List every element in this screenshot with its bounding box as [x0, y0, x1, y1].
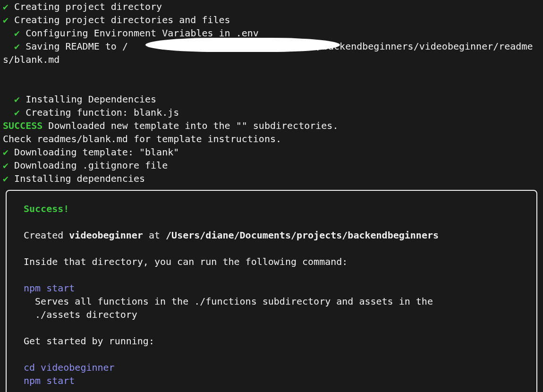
command-cd: cd videobeginner	[24, 361, 519, 374]
log-line: ✔ Installing dependencies	[3, 172, 540, 185]
log-line: ✔ Creating project directories and files	[3, 13, 540, 26]
log-text: Downloading .gitignore file	[14, 160, 168, 171]
redaction-overlay	[145, 38, 340, 52]
check-icon: ✔	[14, 94, 20, 105]
command-npm-start: npm start	[24, 281, 519, 295]
check-icon: ✔	[3, 1, 8, 12]
log-text: Configuring Environment Variables in .en…	[25, 27, 259, 39]
spacer	[24, 268, 519, 281]
check-icon: ✔	[3, 14, 8, 26]
log-text: Creating project directory	[14, 1, 162, 12]
success-line: SUCCESS Downloaded new template into the…	[3, 119, 540, 132]
terminal-output: ✔ Creating project directory ✔ Creating …	[0, 0, 543, 392]
log-text: Creating function: blank.js	[25, 107, 179, 118]
log-text: Installing dependencies	[14, 173, 145, 184]
created-line: Created videobeginner at /Users/diane/Do…	[24, 229, 519, 242]
success-box: Success! Created videobeginner at /Users…	[6, 190, 537, 392]
log-text: Creating project directories and files	[14, 14, 230, 26]
created-prefix: Created	[24, 230, 69, 241]
log-line: ✔ Downloading .gitignore file	[3, 159, 540, 172]
log-line: ✔ Installing Dependencies	[3, 93, 540, 106]
log-text: Downloading template: "blank"	[14, 146, 179, 158]
command-desc: Serves all functions in the ./functions …	[24, 295, 519, 308]
success-label: SUCCESS	[3, 120, 42, 131]
check-instructions-line: Check readmes/blank.md for template inst…	[3, 132, 540, 145]
spacer	[24, 321, 519, 334]
log-text: Check readmes/blank.md for template inst…	[3, 133, 281, 145]
check-icon: ✔	[3, 160, 8, 171]
spacer	[24, 242, 519, 255]
log-text: Installing Dependencies	[25, 94, 156, 105]
check-icon: ✔	[3, 173, 8, 184]
check-icon: ✔	[14, 41, 20, 52]
inside-line: Inside that directory, you can run the f…	[24, 255, 519, 268]
spacer	[24, 348, 519, 361]
project-name: videobeginner	[69, 230, 143, 241]
success-heading: Success!	[24, 202, 519, 215]
log-line: ✔ Creating function: blank.js	[3, 106, 540, 119]
log-text-prefix: Saving README to /	[25, 41, 128, 52]
spacer	[24, 215, 519, 229]
log-line: ✔ Saving README to //backendbeginners/vi…	[3, 40, 540, 93]
log-line: ✔ Creating project directory	[3, 0, 540, 13]
check-icon: ✔	[14, 107, 20, 118]
command-desc: ./assets directory	[24, 308, 519, 321]
get-started-line: Get started by running:	[24, 334, 519, 348]
check-icon: ✔	[14, 27, 20, 39]
check-icon: ✔	[3, 146, 8, 158]
success-rest: Downloaded new template into the "" subd…	[42, 120, 338, 131]
project-path: /Users/diane/Documents/projects/backendb…	[166, 230, 439, 241]
at-word: at	[143, 230, 166, 241]
command-npm-start-2: npm start	[24, 374, 519, 387]
log-line: ✔ Downloading template: "blank"	[3, 145, 540, 159]
